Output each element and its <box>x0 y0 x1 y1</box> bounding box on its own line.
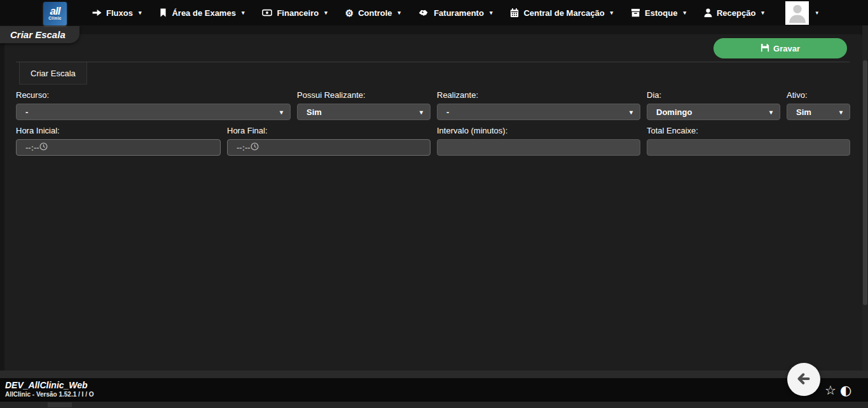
save-button-label: Gravar <box>773 44 800 53</box>
chevron-down-icon: ▾ <box>839 109 843 116</box>
arrow-right-icon <box>92 8 102 17</box>
back-button[interactable] <box>787 363 820 396</box>
recurso-select[interactable]: - ▾ <box>16 104 291 120</box>
nav-item-label: Recepção <box>717 8 755 18</box>
realizante-value: - <box>446 107 449 117</box>
nav-item-label: Financeiro <box>277 8 319 18</box>
ativo-select[interactable]: Sim ▾ <box>787 104 850 120</box>
chevron-down-icon: ▾ <box>630 109 633 116</box>
field-possui-realizante: Possui Realizante: Sim ▾ <box>297 90 431 120</box>
form-row-1: Recurso: - ▾ Possui Realizante: Sim ▾ Re… <box>16 90 850 120</box>
ativo-label: Ativo: <box>787 90 850 100</box>
nav-item-estoque[interactable]: Estoque ▾ <box>622 0 695 25</box>
intervalo-input[interactable] <box>437 139 640 156</box>
save-icon <box>761 43 769 54</box>
field-hora-final: Hora Final: --:-- <box>227 126 431 156</box>
nav-item-label: Área de Exames <box>172 8 235 18</box>
box-icon <box>631 8 640 17</box>
nav-item-area-de-exames[interactable]: Área de Exames ▾ <box>150 0 253 25</box>
chevron-down-icon: ▾ <box>280 109 283 116</box>
chevron-down-icon: ▾ <box>398 10 401 16</box>
chevron-down-icon: ▾ <box>815 10 818 16</box>
field-ativo: Ativo: Sim ▾ <box>787 90 850 120</box>
nav-item-label: Fluxos <box>106 8 133 18</box>
total-encaixe-input[interactable] <box>647 139 850 156</box>
chevron-down-icon: ▾ <box>324 10 327 16</box>
hora-inicial-placeholder: --:-- <box>25 143 39 153</box>
dia-value: Domingo <box>656 107 692 117</box>
vertical-scrollbar-thumb[interactable] <box>863 60 867 305</box>
field-recurso: Recurso: - ▾ <box>16 90 291 120</box>
chevron-down-icon: ▾ <box>490 10 493 16</box>
field-total-encaixe: Total Encaixe: <box>647 126 850 156</box>
user-icon <box>704 8 712 17</box>
realizante-label: Realizante: <box>437 90 640 100</box>
chevron-down-icon: ▾ <box>139 10 142 16</box>
hora-final-label: Hora Final: <box>227 126 431 135</box>
total-encaixe-label: Total Encaixe: <box>647 126 850 135</box>
chevron-down-icon: ▾ <box>610 10 614 16</box>
logo-text: all <box>50 6 60 16</box>
tab-criar-escala[interactable]: Criar Escala <box>19 62 87 85</box>
calendar-icon <box>510 8 519 18</box>
possui-realizante-value: Sim <box>307 107 322 117</box>
criar-escala-form: Recurso: - ▾ Possui Realizante: Sim ▾ Re… <box>16 90 850 161</box>
hora-inicial-input[interactable]: --:-- <box>16 139 221 156</box>
vertical-scrollbar[interactable] <box>862 25 868 371</box>
top-nav: all Clinic Fluxos ▾ Área de Exames ▾ Fin… <box>0 0 868 25</box>
realizante-select[interactable]: - ▾ <box>437 104 640 120</box>
chevron-down-icon: ▾ <box>683 10 686 16</box>
logo-subtext: Clinic <box>48 16 62 20</box>
nav-item-controle[interactable]: ⚙ Controle ▾ <box>336 0 410 25</box>
allclinic-logo[interactable]: all Clinic <box>43 2 67 25</box>
footer-version: AllClinic - Versão 1.52.1 / I / O <box>5 391 94 398</box>
field-intervalo: Intervalo (minutos): <box>437 126 640 156</box>
footer-app-name: DEV_AllClinic_Web <box>5 380 88 390</box>
nav-item-central-de-marcacao[interactable]: Central de Marcação ▾ <box>501 0 622 25</box>
bookmark-icon <box>159 8 167 17</box>
nav-item-faturamento[interactable]: Faturamento ▾ <box>410 0 501 25</box>
nav-item-fluxos[interactable]: Fluxos ▾ <box>83 0 150 25</box>
nav-item-label: Controle <box>358 8 392 18</box>
hora-final-placeholder: --:-- <box>237 143 251 153</box>
money-icon <box>262 8 272 17</box>
dia-label: Dia: <box>647 90 780 100</box>
nav-item-label: Central de Marcação <box>523 8 604 18</box>
intervalo-label: Intervalo (minutos): <box>437 126 640 135</box>
nav-item-label: Faturamento <box>434 8 484 18</box>
page-title: Criar Escala <box>0 26 79 43</box>
footer-band <box>0 371 868 378</box>
possui-realizante-label: Possui Realizante: <box>297 90 431 100</box>
hora-final-input[interactable]: --:-- <box>227 139 431 156</box>
chevron-down-icon: ▾ <box>420 109 423 116</box>
arrow-left-icon <box>796 371 811 388</box>
footer: DEV_AllClinic_Web AllClinic - Versão 1.5… <box>0 378 868 402</box>
nav-menu: Fluxos ▾ Área de Exames ▾ Financeiro ▾ ⚙… <box>83 0 773 25</box>
recurso-label: Recurso: <box>16 90 291 100</box>
ativo-value: Sim <box>796 107 811 117</box>
chevron-down-icon: ▾ <box>769 109 773 116</box>
horizontal-scrollbar-thumb[interactable] <box>48 402 72 407</box>
clock-icon <box>39 142 48 153</box>
dia-select[interactable]: Domingo ▾ <box>647 104 780 120</box>
nav-item-label: Estoque <box>645 8 677 18</box>
possui-realizante-select[interactable]: Sim ▾ <box>297 104 431 120</box>
user-menu[interactable]: ▾ <box>785 1 818 25</box>
nav-item-recepcao[interactable]: Recepção ▾ <box>695 0 773 25</box>
nav-item-financeiro[interactable]: Financeiro ▾ <box>253 0 336 25</box>
favorite-star-icon[interactable]: ☆ <box>825 384 836 397</box>
save-button[interactable]: Gravar <box>713 38 847 58</box>
field-dia: Dia: Domingo ▾ <box>647 90 780 120</box>
field-hora-inicial: Hora Inicial: --:-- <box>16 126 221 156</box>
contrast-toggle-icon[interactable]: ◐ <box>840 384 851 397</box>
content-card: Gravar Criar Escala Recurso: - ▾ Possui … <box>4 34 862 371</box>
user-avatar <box>785 1 809 25</box>
gear-icon: ⚙ <box>345 8 354 18</box>
chevron-down-icon: ▾ <box>761 10 764 16</box>
recurso-value: - <box>25 107 28 117</box>
divider <box>16 62 850 62</box>
hora-inicial-label: Hora Inicial: <box>16 126 221 135</box>
chevron-down-icon: ▾ <box>242 10 245 16</box>
handshake-icon <box>418 8 429 17</box>
horizontal-scrollbar[interactable] <box>0 402 868 408</box>
